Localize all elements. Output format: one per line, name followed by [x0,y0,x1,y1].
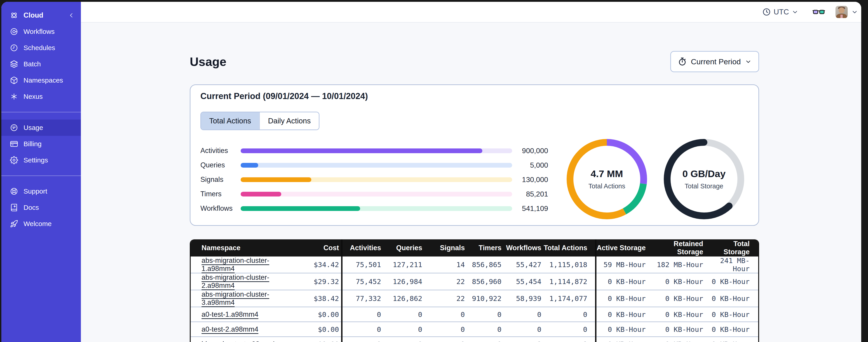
col-active-storage: Active Storage [596,239,651,256]
bar-value: 85,201 [514,190,548,198]
col-timers: Timers [467,239,504,256]
sidebar-item-schedules[interactable]: Schedules [1,40,81,56]
namespace-link[interactable]: abs-migration-cluster-1.a98mm4 [202,256,269,273]
stopwatch-icon [678,57,687,66]
timezone-selector[interactable]: UTC [762,8,798,16]
sidebar: Cloud Workflows Schedules Batch [1,2,81,342]
sidebar-item-billing[interactable]: Billing [1,136,81,152]
table-row: a0-test-2.a98mm4 $0.00 0 0 0 0 0 0 0 KB-… [191,322,758,337]
support-lifebuoy-icon [10,187,18,195]
sidebar-item-namespaces[interactable]: Namespaces [1,72,81,89]
bar-value: 900,000 [514,147,548,155]
col-signals: Signals [425,239,467,256]
temporal-logo-icon [10,11,18,20]
table-header-row: Namespace Cost Activities Queries Signal… [191,239,758,256]
bar-track [241,206,512,211]
donut-value: 0 GB/Day [682,168,725,179]
col-retained-storage: Retained Storage [651,239,709,256]
sidebar-item-support[interactable]: Support [1,183,81,199]
sidebar-item-docs[interactable]: Docs [1,199,81,216]
total-actions-donut: 4.7 MM Total Actions [566,138,648,220]
usage-gauge-icon [10,124,18,132]
sidebar-collapse-icon[interactable] [68,12,74,19]
sidebar-item-workflows[interactable]: Workflows [1,24,81,40]
chevron-down-icon [745,58,752,65]
usage-card-title: Current Period (09/01/2024 — 10/01/2024) [200,91,748,101]
bar-value: 5,000 [514,161,548,169]
workflows-icon [10,28,18,36]
bar-fill [241,177,311,182]
sidebar-divider [1,175,81,176]
sidebar-item-settings[interactable]: Settings [1,152,81,168]
bar-track [241,192,512,197]
table-row: abs-migration-cluster-2.a98mm4 $29.32 75… [191,273,758,290]
bar-fill [241,206,360,211]
namespace-usage-table: Namespace Cost Activities Queries Signal… [190,239,759,342]
donut-value: 4.7 MM [591,168,623,179]
account-menu-chevron-down-icon[interactable] [851,8,858,15]
col-queries: Queries [383,239,425,256]
sidebar-brand-cloud[interactable]: Cloud [1,7,81,24]
nexus-asterisk-icon [10,93,18,101]
user-avatar[interactable] [835,6,848,18]
schedules-clock-icon [10,44,18,52]
clock-icon [762,8,771,16]
timezone-label: UTC [774,8,789,16]
table-row: abs-migration-cluster-1.a98mm4 $34.42 75… [191,256,758,273]
donut-caption: Total Actions [589,182,625,190]
total-storage-donut: 0 GB/Day Total Storage [663,138,745,220]
sidebar-brand-label: Cloud [24,11,63,20]
main-content: Usage Current Period Current Period (09/… [81,23,861,342]
bar-fill [241,192,281,197]
namespaces-cube-icon [10,76,18,84]
page-title: Usage [190,55,226,69]
avatar-art [839,7,844,13]
period-selector-label: Current Period [691,57,741,66]
namespace-link[interactable]: abs-migration-cluster-2.a98mm4 [202,273,269,289]
bar-fill [241,148,482,153]
namespace-link[interactable]: abs-migration-cluster-3.a98mm4 [202,290,269,306]
donut-caption: Total Storage [685,182,723,190]
period-selector-button[interactable]: Current Period [670,51,759,72]
actions-view-tabs: Total Actions Daily Actions [200,112,319,130]
col-total-storage: Total Storage [709,239,758,256]
col-namespace: Namespace [191,239,302,256]
sidebar-item-welcome[interactable]: Welcome [1,216,81,232]
sidebar-item-batch[interactable]: Batch [1,56,81,72]
col-workflows: Workflows [504,239,544,256]
app-window: Cloud Workflows Schedules Batch [1,2,861,342]
avatar-art [840,15,843,18]
docs-book-icon [10,204,18,212]
table-row: abs-migration-cluster-3.a98mm4 $38.42 77… [191,290,758,307]
table-row: bk-worker-test.a98mm4 $0.00 0 0 0 0 1 1 … [191,337,758,342]
bar-fill [241,163,258,168]
bar-value: 130,000 [514,175,548,184]
batch-layers-icon [10,60,18,68]
table-row: a0-test-1.a98mm4 $0.00 0 0 0 0 0 0 0 KB-… [191,307,758,322]
bar-track [241,177,512,182]
usage-card: Current Period (09/01/2024 — 10/01/2024)… [190,84,759,226]
bar-value: 541,109 [514,204,548,213]
bar-track [241,163,512,168]
bar-track [241,148,512,153]
billing-card-icon [10,140,18,148]
namespace-link[interactable]: a0-test-1.a98mm4 [202,310,258,318]
tab-total-actions[interactable]: Total Actions [201,112,259,130]
sidebar-divider [1,112,81,112]
glasses-icon[interactable] [812,8,825,15]
namespace-link[interactable]: bk-worker-test.a98mm4 [202,340,275,342]
col-cost: Cost [302,239,342,256]
sidebar-item-usage[interactable]: Usage [1,119,81,136]
col-total-actions: Total Actions [544,239,595,256]
col-activities: Activities [342,239,383,256]
tab-daily-actions[interactable]: Daily Actions [259,112,319,130]
welcome-rocket-icon [10,220,18,228]
chevron-down-icon [792,8,798,15]
namespace-link[interactable]: a0-test-2.a98mm4 [202,325,258,333]
sidebar-item-nexus[interactable]: Nexus [1,89,81,105]
top-bar: UTC [81,2,861,23]
settings-gear-icon [10,156,18,164]
